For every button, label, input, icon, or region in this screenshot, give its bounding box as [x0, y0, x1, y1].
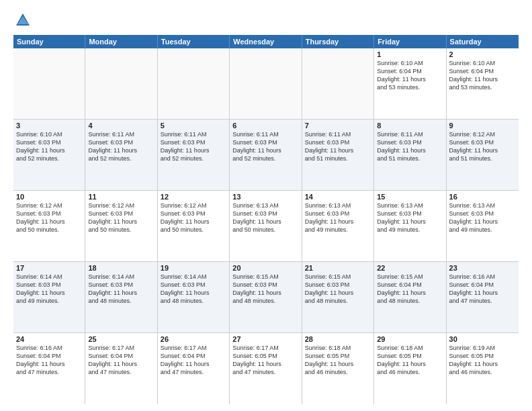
cell-info: Sunrise: 6:19 AMSunset: 6:05 PMDaylight:… [449, 344, 516, 377]
logo-icon [13, 11, 32, 30]
day-of-week-thursday: Thursday [302, 35, 374, 48]
cell-info: Sunrise: 6:16 AMSunset: 6:04 PMDaylight:… [449, 273, 516, 306]
day-number: 12 [161, 193, 226, 201]
calendar-cell-0-3 [230, 48, 302, 119]
header [13, 11, 519, 30]
cell-info: Sunrise: 6:12 AMSunset: 6:03 PMDaylight:… [16, 201, 82, 234]
day-of-week-wednesday: Wednesday [230, 35, 302, 48]
calendar-cell-0-0 [13, 48, 85, 119]
calendar-cell-3-5: 22Sunrise: 6:15 AMSunset: 6:04 PMDayligh… [374, 262, 446, 332]
calendar-cell-4-1: 25Sunrise: 6:17 AMSunset: 6:04 PMDayligh… [85, 333, 157, 404]
calendar-cell-1-6: 9Sunrise: 6:12 AMSunset: 6:03 PMDaylight… [447, 120, 519, 190]
logo [13, 11, 35, 30]
day-number: 3 [16, 122, 82, 130]
cell-info: Sunrise: 6:11 AMSunset: 6:03 PMDaylight:… [88, 130, 154, 163]
cell-info: Sunrise: 6:10 AMSunset: 6:04 PMDaylight:… [377, 59, 443, 92]
day-number: 22 [377, 264, 443, 272]
calendar-cell-3-0: 17Sunrise: 6:14 AMSunset: 6:03 PMDayligh… [13, 262, 85, 332]
day-number: 2 [449, 50, 516, 58]
cell-info: Sunrise: 6:12 AMSunset: 6:03 PMDaylight:… [161, 201, 226, 234]
day-number: 16 [449, 193, 516, 201]
day-number: 10 [16, 193, 82, 201]
cell-info: Sunrise: 6:17 AMSunset: 6:04 PMDaylight:… [88, 344, 154, 377]
day-number: 24 [16, 335, 82, 343]
day-number: 23 [449, 264, 516, 272]
cell-info: Sunrise: 6:13 AMSunset: 6:03 PMDaylight:… [449, 201, 516, 234]
day-of-week-sunday: Sunday [13, 35, 85, 48]
calendar-cell-4-3: 27Sunrise: 6:17 AMSunset: 6:05 PMDayligh… [230, 333, 302, 404]
calendar-cell-3-6: 23Sunrise: 6:16 AMSunset: 6:04 PMDayligh… [447, 262, 519, 332]
cell-info: Sunrise: 6:14 AMSunset: 6:03 PMDaylight:… [16, 273, 82, 306]
cell-info: Sunrise: 6:14 AMSunset: 6:03 PMDaylight:… [161, 273, 226, 306]
calendar-cell-3-2: 19Sunrise: 6:14 AMSunset: 6:03 PMDayligh… [158, 262, 230, 332]
day-of-week-tuesday: Tuesday [158, 35, 230, 48]
cell-info: Sunrise: 6:18 AMSunset: 6:05 PMDaylight:… [305, 344, 371, 377]
cell-info: Sunrise: 6:10 AMSunset: 6:04 PMDaylight:… [449, 59, 516, 92]
calendar-cell-2-3: 13Sunrise: 6:13 AMSunset: 6:03 PMDayligh… [230, 191, 302, 261]
calendar: SundayMondayTuesdayWednesdayThursdayFrid… [13, 35, 519, 404]
day-number: 18 [88, 264, 154, 272]
calendar-cell-0-1 [85, 48, 157, 119]
calendar-cell-2-1: 11Sunrise: 6:12 AMSunset: 6:03 PMDayligh… [85, 191, 157, 261]
calendar-cell-3-4: 21Sunrise: 6:15 AMSunset: 6:03 PMDayligh… [302, 262, 374, 332]
calendar-cell-3-3: 20Sunrise: 6:15 AMSunset: 6:03 PMDayligh… [230, 262, 302, 332]
day-number: 5 [161, 122, 226, 130]
day-number: 27 [232, 335, 298, 343]
calendar-cell-0-5: 1Sunrise: 6:10 AMSunset: 6:04 PMDaylight… [374, 48, 446, 119]
calendar-cell-0-2 [158, 48, 230, 119]
cell-info: Sunrise: 6:16 AMSunset: 6:04 PMDaylight:… [16, 344, 82, 377]
day-number: 11 [88, 193, 154, 201]
day-number: 14 [305, 193, 371, 201]
cell-info: Sunrise: 6:10 AMSunset: 6:03 PMDaylight:… [16, 130, 82, 163]
calendar-cell-2-5: 15Sunrise: 6:13 AMSunset: 6:03 PMDayligh… [374, 191, 446, 261]
calendar-cell-1-4: 7Sunrise: 6:11 AMSunset: 6:03 PMDaylight… [302, 120, 374, 190]
day-number: 13 [232, 193, 298, 201]
day-number: 4 [88, 122, 154, 130]
cell-info: Sunrise: 6:15 AMSunset: 6:03 PMDaylight:… [232, 273, 298, 306]
cell-info: Sunrise: 6:12 AMSunset: 6:03 PMDaylight:… [88, 201, 154, 234]
calendar-cell-3-1: 18Sunrise: 6:14 AMSunset: 6:03 PMDayligh… [85, 262, 157, 332]
calendar-cell-2-0: 10Sunrise: 6:12 AMSunset: 6:03 PMDayligh… [13, 191, 85, 261]
cell-info: Sunrise: 6:11 AMSunset: 6:03 PMDaylight:… [305, 130, 371, 163]
day-number: 21 [305, 264, 371, 272]
cell-info: Sunrise: 6:13 AMSunset: 6:03 PMDaylight:… [232, 201, 298, 234]
calendar-header: SundayMondayTuesdayWednesdayThursdayFrid… [13, 35, 519, 48]
day-number: 17 [16, 264, 82, 272]
calendar-cell-4-6: 30Sunrise: 6:19 AMSunset: 6:05 PMDayligh… [447, 333, 519, 404]
calendar-cell-1-5: 8Sunrise: 6:11 AMSunset: 6:03 PMDaylight… [374, 120, 446, 190]
calendar-cell-2-4: 14Sunrise: 6:13 AMSunset: 6:03 PMDayligh… [302, 191, 374, 261]
cell-info: Sunrise: 6:17 AMSunset: 6:04 PMDaylight:… [161, 344, 226, 377]
calendar-cell-4-2: 26Sunrise: 6:17 AMSunset: 6:04 PMDayligh… [158, 333, 230, 404]
day-of-week-saturday: Saturday [447, 35, 519, 48]
cell-info: Sunrise: 6:12 AMSunset: 6:03 PMDaylight:… [449, 130, 516, 163]
svg-marker-1 [17, 16, 28, 24]
day-number: 20 [232, 264, 298, 272]
day-number: 19 [161, 264, 226, 272]
calendar-cell-1-2: 5Sunrise: 6:11 AMSunset: 6:03 PMDaylight… [158, 120, 230, 190]
cell-info: Sunrise: 6:11 AMSunset: 6:03 PMDaylight:… [377, 130, 443, 163]
page: SundayMondayTuesdayWednesdayThursdayFrid… [0, 0, 532, 411]
calendar-cell-1-1: 4Sunrise: 6:11 AMSunset: 6:03 PMDaylight… [85, 120, 157, 190]
calendar-cell-4-5: 29Sunrise: 6:18 AMSunset: 6:05 PMDayligh… [374, 333, 446, 404]
day-number: 1 [377, 50, 443, 58]
cell-info: Sunrise: 6:17 AMSunset: 6:05 PMDaylight:… [232, 344, 298, 377]
day-number: 30 [449, 335, 516, 343]
day-number: 6 [232, 122, 298, 130]
day-number: 7 [305, 122, 371, 130]
calendar-body: 1Sunrise: 6:10 AMSunset: 6:04 PMDaylight… [13, 48, 519, 404]
cell-info: Sunrise: 6:15 AMSunset: 6:03 PMDaylight:… [305, 273, 371, 306]
calendar-cell-4-4: 28Sunrise: 6:18 AMSunset: 6:05 PMDayligh… [302, 333, 374, 404]
cell-info: Sunrise: 6:14 AMSunset: 6:03 PMDaylight:… [88, 273, 154, 306]
calendar-cell-1-3: 6Sunrise: 6:11 AMSunset: 6:03 PMDaylight… [230, 120, 302, 190]
day-of-week-friday: Friday [374, 35, 446, 48]
calendar-cell-1-0: 3Sunrise: 6:10 AMSunset: 6:03 PMDaylight… [13, 120, 85, 190]
cell-info: Sunrise: 6:15 AMSunset: 6:04 PMDaylight:… [377, 273, 443, 306]
calendar-cell-0-6: 2Sunrise: 6:10 AMSunset: 6:04 PMDaylight… [447, 48, 519, 119]
cell-info: Sunrise: 6:13 AMSunset: 6:03 PMDaylight:… [377, 201, 443, 234]
day-of-week-monday: Monday [85, 35, 157, 48]
day-number: 29 [377, 335, 443, 343]
day-number: 15 [377, 193, 443, 201]
calendar-row-4: 24Sunrise: 6:16 AMSunset: 6:04 PMDayligh… [13, 333, 519, 404]
calendar-cell-2-6: 16Sunrise: 6:13 AMSunset: 6:03 PMDayligh… [447, 191, 519, 261]
calendar-cell-4-0: 24Sunrise: 6:16 AMSunset: 6:04 PMDayligh… [13, 333, 85, 404]
